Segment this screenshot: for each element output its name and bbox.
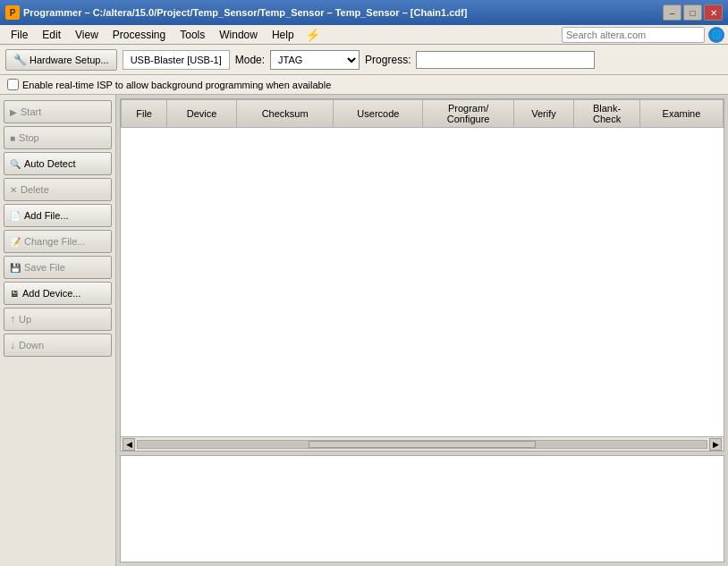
save-file-button[interactable]: 💾 Save File xyxy=(4,256,112,279)
menu-processing[interactable]: Processing xyxy=(106,27,173,43)
table-container: File Device Checksum Usercode Program/Co… xyxy=(120,98,724,452)
add-file-button[interactable]: 📄 Add File... xyxy=(4,204,112,227)
menu-bar: File Edit View Processing Tools Window H… xyxy=(0,25,728,45)
delete-button[interactable]: ✕ Delete xyxy=(4,178,112,201)
up-icon: ↑ xyxy=(10,313,15,325)
down-button[interactable]: ↓ Down xyxy=(4,334,112,357)
menu-view[interactable]: View xyxy=(68,27,106,43)
col-checksum: Checksum xyxy=(236,100,333,128)
table-empty-area xyxy=(121,128,724,436)
stop-icon: ■ xyxy=(10,133,15,143)
add-device-button[interactable]: 🖥 Add Device... xyxy=(4,282,112,305)
hardware-value: USB-Blaster [USB-1] xyxy=(123,50,230,70)
isp-row: Enable real-time ISP to allow background… xyxy=(0,75,728,95)
col-device: Device xyxy=(167,100,237,128)
sidebar: ▶ Start ■ Stop 🔍 Auto Detect ✕ Delete 📄 … xyxy=(0,95,116,566)
isp-checkbox[interactable] xyxy=(7,79,19,90)
title-bar: P Programmer – C:/altera/15.0/Project/Te… xyxy=(0,0,728,25)
search-input[interactable] xyxy=(562,27,705,43)
maximize-button[interactable]: □ xyxy=(683,4,702,21)
col-program: Program/Configure xyxy=(423,100,513,128)
up-button[interactable]: ↑ Up xyxy=(4,308,112,331)
start-button[interactable]: ▶ Start xyxy=(4,100,112,123)
col-usercode: Usercode xyxy=(334,100,423,128)
auto-detect-button[interactable]: 🔍 Auto Detect xyxy=(4,152,112,175)
toolbar: 🔧 Hardware Setup... USB-Blaster [USB-1] … xyxy=(0,45,728,75)
save-file-icon: 💾 xyxy=(10,263,21,273)
menu-window[interactable]: Window xyxy=(212,27,265,43)
menu-help[interactable]: Help xyxy=(265,27,301,43)
change-file-icon: 📝 xyxy=(10,237,21,247)
col-verify: Verify xyxy=(513,100,574,128)
mode-select[interactable]: JTAG Passive Serial Active Serial xyxy=(270,50,360,70)
menu-edit[interactable]: Edit xyxy=(35,27,68,43)
scroll-track[interactable] xyxy=(137,440,707,449)
hardware-icon: 🔧 xyxy=(13,54,27,66)
progress-label: Progress: xyxy=(365,54,411,66)
auto-detect-icon: 🔍 xyxy=(10,159,21,169)
minimize-button[interactable]: – xyxy=(663,4,681,21)
delete-icon: ✕ xyxy=(10,185,17,195)
content-area: File Device Checksum Usercode Program/Co… xyxy=(116,95,728,566)
stop-button[interactable]: ■ Stop xyxy=(4,126,112,149)
change-file-button[interactable]: 📝 Change File... xyxy=(4,230,112,253)
col-file: File xyxy=(122,100,167,128)
window-controls: – □ ✕ xyxy=(663,4,723,21)
window-title: Programmer – C:/altera/15.0/Project/Temp… xyxy=(23,7,663,18)
close-button[interactable]: ✕ xyxy=(704,4,723,21)
add-file-icon: 📄 xyxy=(10,211,21,221)
start-icon: ▶ xyxy=(10,107,17,117)
scroll-thumb[interactable] xyxy=(309,441,536,448)
isp-label[interactable]: Enable real-time ISP to allow background… xyxy=(22,80,331,90)
output-area xyxy=(120,455,724,562)
menu-file[interactable]: File xyxy=(4,27,35,43)
mode-label: Mode: xyxy=(235,54,265,66)
col-examine: Examine xyxy=(639,100,723,128)
horizontal-scrollbar[interactable]: ◀ ▶ xyxy=(121,436,724,451)
down-icon: ↓ xyxy=(10,339,15,351)
add-device-icon: 🖥 xyxy=(10,289,19,299)
programmer-table: File Device Checksum Usercode Program/Co… xyxy=(121,99,724,128)
progress-bar xyxy=(416,51,595,69)
hardware-setup-button[interactable]: 🔧 Hardware Setup... xyxy=(5,49,117,71)
search-area: 🌐 xyxy=(562,27,724,43)
main-area: ▶ Start ■ Stop 🔍 Auto Detect ✕ Delete 📄 … xyxy=(0,95,728,566)
globe-icon[interactable]: 🌐 xyxy=(708,27,724,43)
arrow-icon: ⚡ xyxy=(305,28,320,42)
app-icon: P xyxy=(5,5,20,20)
scroll-left-arrow[interactable]: ◀ xyxy=(123,438,135,451)
menu-tools[interactable]: Tools xyxy=(173,27,212,43)
col-blank-check: Blank-Check xyxy=(574,100,640,128)
scroll-right-arrow[interactable]: ▶ xyxy=(709,438,722,451)
